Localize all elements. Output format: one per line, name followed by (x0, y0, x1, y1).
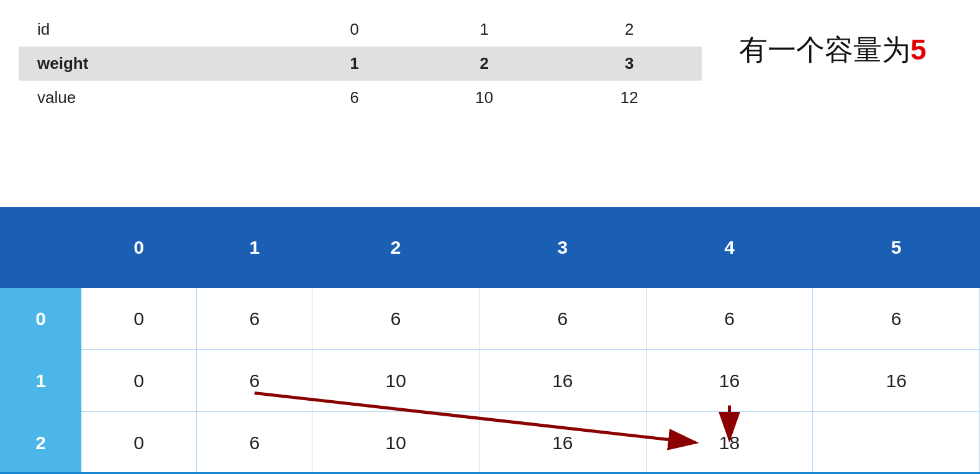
weight-label: weight (19, 47, 297, 81)
dp-cell-2-3: 16 (479, 412, 647, 474)
weight-1: 2 (412, 47, 557, 81)
dp-cell-1-4: 16 (646, 350, 813, 412)
id-1: 1 (412, 12, 557, 47)
dp-cell-0-4: 6 (646, 288, 813, 350)
dp-header-4: 4 (646, 208, 813, 288)
value-2: 12 (556, 81, 702, 115)
dp-header-0: 0 (81, 208, 197, 288)
dp-header-2: 2 (312, 208, 479, 288)
dp-cell-0-5: 6 (813, 288, 980, 350)
dp-cell-0-0: 0 (81, 288, 197, 350)
dp-cell-2-5 (813, 412, 980, 474)
weight-2: 3 (556, 47, 702, 81)
dp-cell-2-2: 10 (312, 412, 479, 474)
dp-cell-0-2: 6 (312, 288, 479, 350)
dp-cell-1-0: 0 (81, 350, 197, 412)
id-2: 2 (556, 12, 702, 47)
dp-cell-2-0: 0 (81, 412, 197, 474)
dp-cell-1-3: 16 (479, 350, 647, 412)
dp-header-1: 1 (197, 208, 312, 288)
id-label: id (19, 12, 297, 47)
dp-header-3: 3 (479, 208, 647, 288)
weight-0: 1 (297, 47, 412, 81)
value-0: 6 (297, 81, 412, 115)
capacity-prefix: 有一个容量为 (739, 34, 910, 66)
dp-cell-2-4: 18 (646, 412, 813, 474)
dp-header-empty (1, 208, 81, 288)
dp-row-label-2: 2 (1, 412, 81, 474)
capacity-value: 5 (910, 34, 927, 66)
capacity-text: 有一个容量为5 (739, 31, 927, 69)
value-label: value (19, 81, 297, 115)
dp-cell-0-3: 6 (479, 288, 647, 350)
dp-header-5: 5 (813, 208, 980, 288)
dp-cell-1-2: 10 (312, 350, 479, 412)
dp-cell-0-1: 6 (197, 288, 312, 350)
dp-row-label-0: 0 (1, 288, 81, 350)
id-0: 0 (297, 12, 412, 47)
value-1: 10 (412, 81, 557, 115)
dp-cell-1-5: 16 (813, 350, 980, 412)
dp-row-label-1: 1 (1, 350, 81, 412)
dp-cell-1-1: 6 (197, 350, 312, 412)
dp-table: 0 1 2 3 4 5 0 0 6 6 6 6 6 1 0 6 10 1 (0, 207, 980, 474)
dp-cell-2-1: 6 (197, 412, 312, 474)
